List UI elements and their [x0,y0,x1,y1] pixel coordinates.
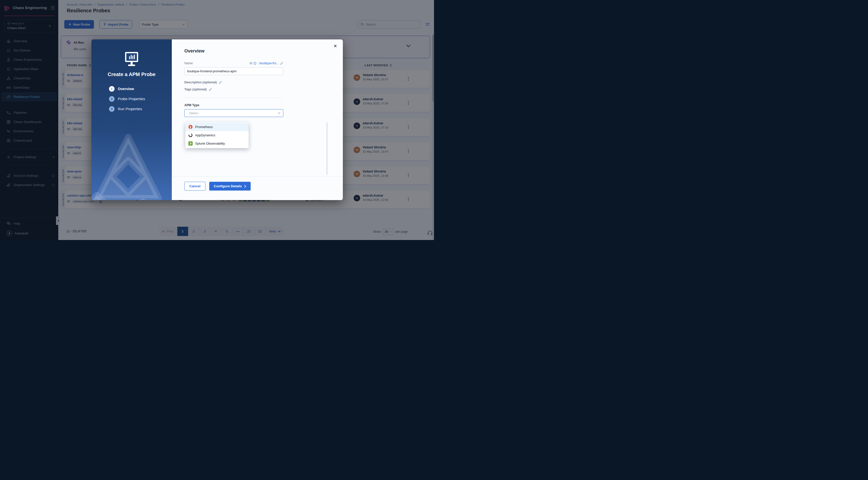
close-icon[interactable]: ✕ [333,43,338,49]
prometheus-icon [188,125,193,129]
brand-watermark [91,132,176,200]
create-apm-probe-modal: Create a APM Probe 1 Overview 2 Probe Pr… [91,39,343,200]
option-appdynamics[interactable]: AppDynamics [185,131,249,139]
app-root: Chaos Engineering PROJECT Chaos-Dev1 Ove [0,0,434,240]
configure-details-button[interactable]: Configure Details [209,182,251,191]
step-run-properties[interactable]: 3 Run Properties [109,106,145,112]
form-divider [184,98,283,98]
apm-monitor-illustration-icon [124,52,140,67]
form-scrollbar[interactable] [327,122,328,175]
step-probe-properties[interactable]: 2 Probe Properties [109,96,145,102]
splunk-icon [188,141,193,146]
step-overview[interactable]: 1 Overview [109,86,145,92]
description-toggle[interactable]: Description (optional) [184,81,283,84]
info-icon[interactable] [253,62,256,65]
tags-toggle[interactable]: Tags (optional) [184,88,283,91]
name-label: Name [184,62,193,65]
overview-heading: Overview [184,49,205,54]
edit-pencil-icon[interactable] [280,62,283,65]
wizard-steps: 1 Overview 2 Probe Properties 3 Run Prop… [109,86,145,112]
cancel-button[interactable]: Cancel [184,182,206,191]
edit-pencil-icon [219,81,222,84]
apm-type-label: APM Type [184,103,283,107]
modal-title: Create a APM Probe [91,71,172,77]
id-label: Id [249,62,252,65]
modal-footer-divider [172,177,343,177]
edit-pencil-icon [209,88,212,91]
apm-type-dropdown: Prometheus AppDynamics Splunk Observabil… [185,122,249,148]
chevron-right-icon [244,185,246,188]
option-splunk-observability[interactable]: Splunk Observability [185,139,249,148]
option-prometheus[interactable]: Prometheus [185,123,249,131]
appdynamics-icon [188,133,193,137]
overview-form: Name Id : boutique-fro... Description (o… [184,62,283,117]
modal-right-panel: ✕ Overview Name Id : boutique-fro... Des… [172,39,343,200]
modal-left-panel: Create a APM Probe 1 Overview 2 Probe Pr… [91,39,172,200]
chevron-down-icon [278,112,281,114]
id-value: : boutique-fro... [258,62,279,65]
probe-name-input[interactable] [184,67,283,75]
apm-type-select[interactable]: - Select - [184,109,283,117]
